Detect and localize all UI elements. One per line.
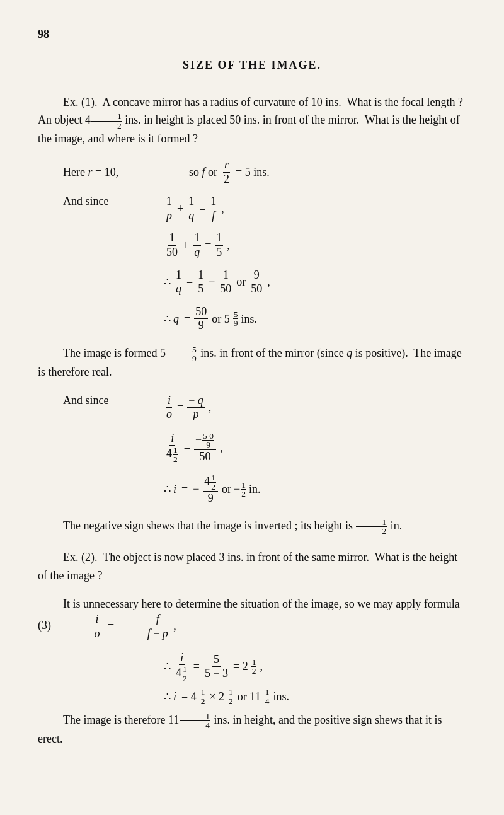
- therefore1-line: ∴ 1q = 15 − 150 or 950 ,: [164, 269, 273, 296]
- therefore3-line: ∴ i = − 412 9 or − 12 in.: [164, 473, 261, 506]
- equations2-block: io = − qp , i 412 = −5 09 50 , ∴ i = − 4…: [164, 391, 261, 508]
- therefore2-line: ∴ q = 509 or 5 59 ins.: [164, 305, 273, 333]
- conclusion-paragraph: The image is therefore 1114 ins. in heig…: [38, 711, 466, 748]
- equations-block: 1p + 1q = 1f , 150 + 1q = 15 , ∴ 1q = 15…: [164, 192, 273, 335]
- eq1-line: 1p + 1q = 1f ,: [164, 195, 273, 223]
- so-f-text: so f or: [189, 163, 217, 182]
- page-number: 98: [38, 25, 466, 43]
- image-formed-paragraph: The image is formed 559 ins. in front of…: [38, 344, 466, 381]
- r-over-2-frac: r 2: [222, 158, 231, 186]
- ratio2-line: i 412 = −5 09 50 ,: [164, 432, 261, 464]
- and-since-row: And since 1p + 1q = 1f , 150 + 1q = 15 ,…: [63, 192, 466, 335]
- calc1-line: ∴ i412 = 55 − 3 = 2 12 ,: [164, 651, 466, 683]
- page-title: SIZE OF THE IMAGE.: [38, 56, 466, 74]
- and-since-label: And since: [63, 192, 164, 211]
- ex1-paragraph: Ex. (1). A concave mirror has a radius o…: [38, 93, 466, 148]
- equals-5-text: = 5 ins.: [236, 163, 270, 182]
- and-since2-row: And since io = − qp , i 412 = −5 09 50 ,…: [63, 391, 466, 508]
- eq2-line: 150 + 1q = 15 ,: [164, 231, 273, 259]
- here-r-row: Here r = 10, so f or r 2 = 5 ins.: [63, 158, 466, 186]
- ex2-calc-block: ∴ i412 = 55 − 3 = 2 12 , ∴ i = 4 12 × 2 …: [164, 651, 466, 706]
- ex2-paragraph: Ex. (2). The object is now placed 3 ins.…: [38, 548, 466, 585]
- here-r-label: Here r = 10,: [63, 163, 189, 182]
- and-since2-label: And since: [63, 391, 164, 410]
- calc2-line: ∴ i = 4 12 × 2 12 or 11 14 ins.: [164, 688, 466, 706]
- negative-sign-paragraph: The negative sign shews that the image i…: [38, 517, 466, 536]
- ratio1-line: io = − qp ,: [164, 394, 261, 422]
- unnecessary-paragraph: It is unnecessary here to determine the …: [38, 595, 466, 641]
